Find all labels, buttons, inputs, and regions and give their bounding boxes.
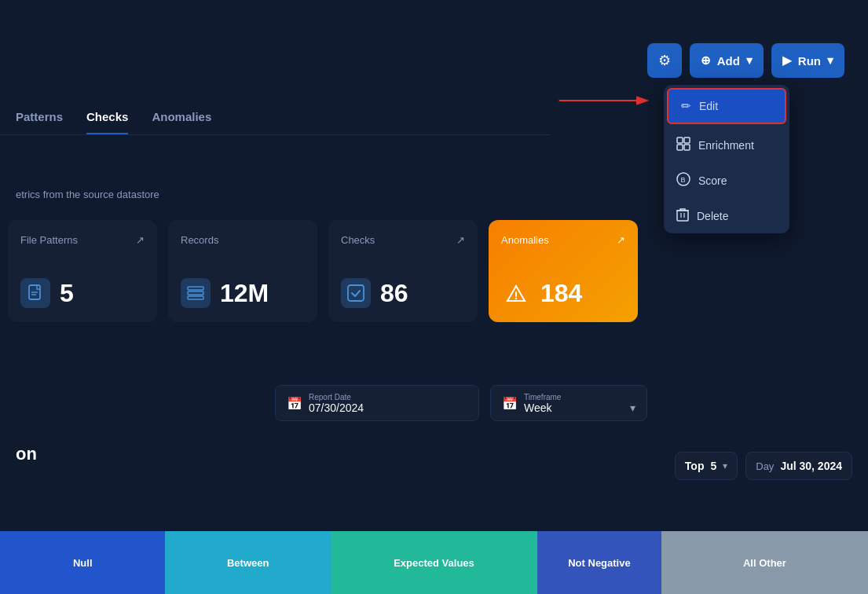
checks-card: Checks ↗ 86 <box>328 220 478 322</box>
menu-item-enrichment[interactable]: Enrichment <box>664 127 789 163</box>
filter-row: 📅 Report Date 07/30/2024 📅 Timeframe Wee… <box>275 385 647 421</box>
bar-not-negative: Not Negative <box>537 531 661 594</box>
run-icon: ▶ <box>782 53 792 68</box>
calendar-icon: 📅 <box>287 396 302 411</box>
svg-rect-12 <box>684 145 690 150</box>
metrics-cards: File Patterns ↗ 5 Records <box>8 220 638 322</box>
svg-rect-6 <box>348 285 364 301</box>
add-button[interactable]: ⊕ Add ▾ <box>690 43 764 78</box>
edit-icon: ✏ <box>681 99 691 113</box>
enrichment-label: Enrichment <box>698 139 754 152</box>
report-date-value: 07/30/2024 <box>309 402 364 414</box>
day-label: Day <box>756 460 774 472</box>
anomalies-title: Anomalies <box>501 234 549 246</box>
svg-rect-11 <box>677 145 683 150</box>
report-date-input[interactable]: 📅 Report Date 07/30/2024 <box>275 385 479 421</box>
add-label: Add <box>717 54 740 68</box>
anomalies-value: 184 <box>540 279 582 308</box>
svg-rect-9 <box>677 138 683 143</box>
controls-row: Top 5 ▾ Day Jul 30, 2024 <box>675 452 852 480</box>
toolbar: ⚙ ⊕ Add ▾ ▶ Run ▾ <box>647 43 844 78</box>
delete-label: Delete <box>697 210 728 222</box>
timeframe-input[interactable]: 📅 Timeframe Week ▾ <box>490 385 647 421</box>
menu-item-score[interactable]: B Score <box>664 163 789 198</box>
anomalies-arrow: ↗ <box>617 234 625 246</box>
section-description: etrics from the source datastore <box>16 189 159 200</box>
day-value: Jul 30, 2024 <box>780 460 842 472</box>
svg-marker-20 <box>636 96 650 105</box>
svg-text:B: B <box>681 176 686 184</box>
score-icon: B <box>676 172 690 189</box>
gear-button[interactable]: ⚙ <box>647 43 682 78</box>
menu-item-delete[interactable]: Delete <box>664 198 789 233</box>
bar-chart: Null Between Expected Values Not Negativ… <box>0 531 868 594</box>
context-menu: ✏ Edit Enrichment B Score <box>664 85 789 233</box>
score-label: Score <box>698 174 727 187</box>
anomalies-card: Anomalies ↗ 184 <box>489 220 638 322</box>
timeframe-label: Timeframe <box>524 393 635 402</box>
checks-title: Checks <box>341 234 375 246</box>
arrow-pointer <box>558 93 652 108</box>
run-label: Run <box>798 54 821 68</box>
svg-point-8 <box>515 298 517 299</box>
bar-null: Null <box>0 531 165 594</box>
checks-icon <box>341 278 371 308</box>
top-chevron-icon: ▾ <box>723 460 727 471</box>
records-icon <box>181 278 211 308</box>
delete-icon <box>676 207 689 224</box>
tab-anomalies[interactable]: Anomalies <box>152 110 211 134</box>
checks-arrow: ↗ <box>456 234 465 246</box>
top-selector[interactable]: Top 5 ▾ <box>675 452 738 480</box>
menu-item-edit[interactable]: ✏ Edit <box>667 88 786 124</box>
svg-rect-5 <box>188 296 203 299</box>
file-patterns-title: File Patterns <box>20 234 78 246</box>
records-value: 12M <box>220 279 269 308</box>
tab-checks[interactable]: Checks <box>86 110 128 134</box>
file-patterns-card: File Patterns ↗ 5 <box>8 220 157 322</box>
bar-expected: Expected Values <box>331 531 537 594</box>
enrichment-icon <box>676 137 690 153</box>
nav-tabs: Patterns Checks Anomalies <box>0 110 550 135</box>
top-label: Top <box>685 460 705 472</box>
file-patterns-arrow: ↗ <box>136 234 145 246</box>
run-chevron-icon: ▾ <box>827 53 833 68</box>
bar-all-other: All Other <box>661 531 868 594</box>
svg-rect-4 <box>188 292 203 295</box>
file-patterns-value: 5 <box>60 279 74 308</box>
tab-patterns[interactable]: Patterns <box>16 110 63 134</box>
records-title: Records <box>181 234 218 246</box>
report-date-label: Report Date <box>309 393 364 402</box>
timeframe-chevron-icon: ▾ <box>630 402 635 414</box>
anomalies-icon <box>501 278 531 308</box>
gear-icon: ⚙ <box>658 52 671 69</box>
svg-rect-3 <box>188 287 203 290</box>
file-patterns-icon <box>20 278 50 308</box>
top-value: 5 <box>710 460 716 472</box>
day-selector: Day Jul 30, 2024 <box>745 452 852 480</box>
timeframe-calendar-icon: 📅 <box>502 396 518 411</box>
timeframe-value: Week <box>524 402 552 414</box>
records-card: Records 12M <box>168 220 317 322</box>
checks-value: 86 <box>380 279 408 308</box>
edit-label: Edit <box>699 100 718 112</box>
bar-between: Between <box>165 531 330 594</box>
svg-rect-10 <box>684 138 690 143</box>
svg-rect-15 <box>677 211 688 221</box>
section-title: on <box>16 444 37 464</box>
plus-icon: ⊕ <box>701 53 711 68</box>
run-button[interactable]: ▶ Run ▾ <box>771 43 844 78</box>
add-chevron-icon: ▾ <box>746 53 753 68</box>
